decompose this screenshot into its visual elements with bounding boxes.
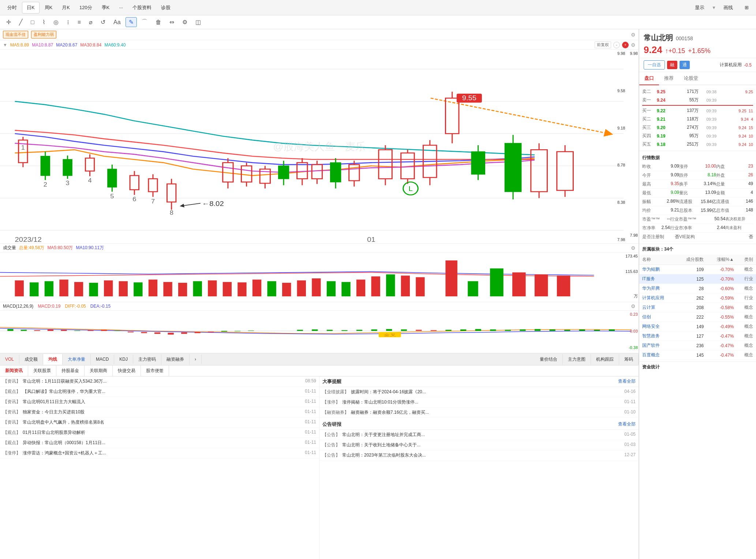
btab-kdj[interactable]: KDJ bbox=[114, 354, 133, 364]
sector-row-7[interactable]: 智慧政务 127 -0.47% 概念 bbox=[639, 331, 756, 341]
sub-tab-related[interactable]: 关联股票 bbox=[28, 365, 56, 376]
tool-pen[interactable]: ✎ bbox=[126, 17, 137, 27]
sector-row-6[interactable]: 网络安全 149 -0.49% 概念 bbox=[639, 322, 756, 331]
tab-zhengu[interactable]: 诊股 bbox=[157, 2, 175, 13]
bottom-tab-bar: VOL 成交额 均线 大单净量 MACD KDJ 主力密码 融资融券 › 量价结… bbox=[0, 353, 639, 365]
minus-btn[interactable]: - bbox=[613, 42, 620, 48]
tool-arrows[interactable]: ⇔ bbox=[166, 17, 177, 27]
svg-rect-118 bbox=[356, 280, 365, 296]
tool-rect[interactable]: □ bbox=[27, 18, 38, 27]
tool-line[interactable]: ╱ bbox=[16, 17, 26, 27]
svg-rect-117 bbox=[341, 282, 350, 296]
tool-layers[interactable]: ◫ bbox=[192, 17, 204, 27]
vol-ma5: MA5:80.50万 bbox=[47, 245, 73, 251]
btab-chengjiaoe[interactable]: 成交额 bbox=[19, 354, 43, 365]
svg-rect-50 bbox=[278, 166, 289, 179]
news-item-6: 【观点】 01月11日常山北明股票异动解析 01-11 bbox=[0, 428, 319, 438]
tool-rotate[interactable]: ↺ bbox=[97, 17, 109, 27]
svg-rect-96 bbox=[30, 282, 38, 296]
sub-tab-note[interactable]: 股市便签 bbox=[141, 365, 169, 376]
sector-row-1[interactable]: IT服务 125 -0.70% 行业 bbox=[639, 274, 756, 284]
tab-120[interactable]: 120分 bbox=[75, 2, 97, 13]
tool-text-align[interactable]: ≡ bbox=[74, 18, 84, 27]
svg-rect-23 bbox=[108, 169, 116, 187]
vol-gear[interactable]: ⚙ bbox=[631, 245, 636, 251]
col-pct: 涨幅%▲ bbox=[707, 255, 737, 265]
plus-btn[interactable]: + bbox=[622, 42, 629, 48]
svg-line-39 bbox=[182, 203, 201, 206]
news-item-1: 【资讯】 常山北明：1月11日获融资买入5342.36万... 08:59 bbox=[0, 376, 319, 387]
btab-macd[interactable]: MACD bbox=[91, 354, 114, 364]
sector-row-3[interactable]: 计算机应用 262 -0.59% 行业 bbox=[639, 293, 756, 303]
tool-arc[interactable]: ⌒ bbox=[138, 17, 151, 27]
btab-chouema[interactable]: 筹码 bbox=[619, 354, 639, 365]
sector-row-2[interactable]: 华为昇腾 28 -0.60% 概念 bbox=[639, 284, 756, 293]
tab-zhouk[interactable]: 周K bbox=[40, 2, 57, 13]
btab-rongjuan[interactable]: 融资融券 bbox=[161, 354, 190, 365]
sub-tab-trade[interactable]: 快捷交易 bbox=[113, 365, 141, 376]
right-tab-tuijian[interactable]: 推荐 bbox=[659, 72, 679, 85]
svg-rect-104 bbox=[149, 280, 157, 296]
tool-circle[interactable]: ◎ bbox=[50, 17, 62, 27]
svg-rect-134 bbox=[61, 330, 67, 331]
zixuan-btn[interactable]: 一自选 bbox=[644, 60, 665, 70]
event-see-all[interactable]: 查看全部 bbox=[618, 378, 636, 385]
sector-row-5[interactable]: 信创 222 -0.55% 概念 bbox=[639, 312, 756, 322]
btab-more2[interactable]: › bbox=[190, 354, 202, 364]
tab-gegu[interactable]: 个股资料 bbox=[128, 2, 156, 13]
tool-cross[interactable]: ✛ bbox=[3, 17, 14, 27]
svg-rect-121 bbox=[401, 275, 410, 296]
sector-row-9[interactable]: 百度概念 145 -0.47% 概念 bbox=[639, 350, 756, 360]
svg-rect-115 bbox=[312, 278, 321, 296]
btab-junxian[interactable]: 均线 bbox=[43, 354, 63, 365]
sector-row-8[interactable]: 国产软件 236 -0.47% 概念 bbox=[639, 341, 756, 350]
btab-vol[interactable]: VOL bbox=[0, 354, 19, 364]
col-type: 类别 bbox=[737, 255, 756, 265]
svg-rect-171 bbox=[594, 330, 600, 331]
svg-rect-113 bbox=[282, 283, 291, 296]
btab-zhuli[interactable]: 主力密码 bbox=[133, 354, 161, 365]
tool-font[interactable]: Aa bbox=[110, 18, 124, 27]
tab-yuek[interactable]: 月K bbox=[57, 2, 74, 13]
draw-btn[interactable]: 画线 bbox=[719, 2, 737, 13]
macd-gear[interactable]: ⚙ bbox=[631, 303, 636, 309]
candlestick-chart[interactable]: @股海美人鱼一麦乐 bbox=[0, 50, 639, 243]
svg-rect-168 bbox=[550, 329, 555, 331]
svg-rect-98 bbox=[59, 280, 68, 296]
tab-fenshi[interactable]: 分时 bbox=[3, 2, 21, 13]
right-tab-pankou[interactable]: 盘口 bbox=[639, 72, 659, 85]
chart-gear2[interactable]: ⚙ bbox=[631, 42, 636, 48]
sector-row-4[interactable]: 云计算 208 -0.58% 概念 bbox=[639, 303, 756, 312]
chart-gear[interactable]: ⚙ bbox=[631, 32, 636, 38]
vol-y-top: 173.45 bbox=[625, 254, 638, 258]
tab-rik[interactable]: 日K bbox=[22, 2, 40, 14]
vol-y-mid: 115.63 bbox=[625, 269, 638, 274]
sub-tab-fund[interactable]: 持股基金 bbox=[56, 365, 85, 376]
tool-settings[interactable]: ⚙ bbox=[179, 17, 191, 27]
tab-jik[interactable]: 季K bbox=[97, 2, 114, 13]
ma30-label: MA30:8.84 bbox=[80, 42, 101, 48]
tool-cursor[interactable]: ⌀ bbox=[86, 17, 96, 27]
fullscreen-btn[interactable]: ⊞ bbox=[740, 3, 753, 12]
tool-bar[interactable]: ⫶ bbox=[63, 18, 73, 27]
btab-dadan[interactable]: 大单净量 bbox=[63, 354, 91, 365]
svg-rect-101 bbox=[104, 280, 113, 296]
display-btn[interactable]: 显示 bbox=[690, 2, 709, 13]
tab-more[interactable]: ··· bbox=[115, 3, 127, 12]
tong-btn[interactable]: 通 bbox=[680, 61, 690, 69]
tool-wave[interactable]: ⌇ bbox=[39, 17, 49, 27]
sector-row-0[interactable]: 华为鲲鹏 109 -0.70% 概念 bbox=[639, 265, 756, 274]
btab-jigou[interactable]: 机构跟踪 bbox=[591, 354, 619, 365]
btab-zhuli-intent[interactable]: 主力意图 bbox=[563, 354, 591, 365]
right-tab-luntang[interactable]: 论股堂 bbox=[679, 72, 703, 85]
svg-rect-165 bbox=[505, 330, 511, 331]
sub-tab-futures[interactable]: 关联期商 bbox=[85, 365, 113, 376]
tool-delete[interactable]: 🗑 bbox=[152, 18, 165, 27]
announce-see-all[interactable]: 查看全部 bbox=[618, 421, 636, 428]
rong-btn[interactable]: 融 bbox=[667, 61, 677, 69]
btab-liangjiajieji[interactable]: 量价结合 bbox=[535, 354, 563, 365]
sub-tab-news[interactable]: 新闻资讯 bbox=[0, 365, 28, 376]
ma-toggle-icon[interactable]: ▼ bbox=[3, 42, 7, 48]
svg-rect-11 bbox=[41, 156, 50, 176]
fuquan-btn[interactable]: 前复权 bbox=[595, 41, 611, 48]
